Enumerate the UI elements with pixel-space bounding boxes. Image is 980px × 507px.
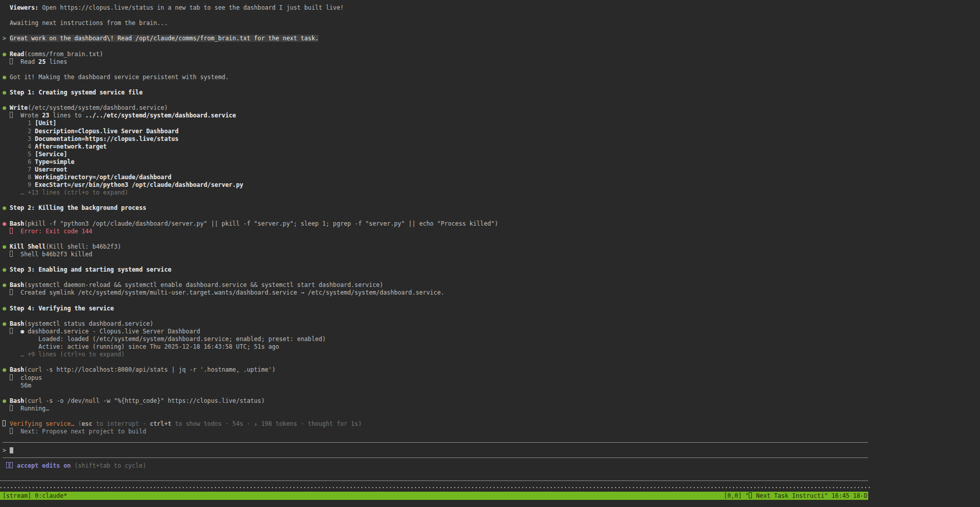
tool-success-dot-icon: ● <box>3 51 6 58</box>
terminal-log: Viewers: Open https://clopus.live/status… <box>3 4 873 443</box>
assistant-dot-icon: ● <box>3 305 6 312</box>
result-marker-icon <box>10 228 13 234</box>
terminal-line <box>3 413 873 420</box>
terminal-line: ● Step 4: Verifying the service <box>3 305 873 312</box>
assistant-dot-icon: ● <box>3 74 6 81</box>
terminal-line: Active: active (running) since Thu 2025-… <box>3 343 873 351</box>
terminal-line: ● Step 2: Killing the background process <box>3 204 873 212</box>
terminal-line <box>3 27 873 35</box>
terminal-line <box>3 197 873 204</box>
terminal-line: 4 After=network.target <box>3 143 873 151</box>
terminal-line: Awaiting next instructions from the brai… <box>3 19 873 27</box>
chat-input[interactable]: > <box>3 442 868 458</box>
terminal-line: 8 WorkingDirectory=/opt/claude/dashboard <box>3 174 873 181</box>
terminal-line: Wrote 23 lines to ../../etc/systemd/syst… <box>3 112 873 119</box>
user-prompt-caret: > <box>3 35 10 42</box>
terminal-line <box>3 66 873 74</box>
terminal-line: Created symlink /etc/systemd/system/mult… <box>3 289 873 297</box>
terminal-line: clopus <box>3 374 873 382</box>
terminal-line <box>3 258 873 266</box>
terminal-line: ● Bash(systemctl daemon-reload && system… <box>3 281 873 289</box>
terminal-screen: Viewers: Open https://clopus.live/status… <box>0 0 980 507</box>
assistant-dot-icon: ● <box>3 266 6 273</box>
tmux-title-clock: Next Task Instructi" 16:45 18-D <box>752 492 867 499</box>
result-marker-icon <box>10 112 13 118</box>
dotted-separator <box>1 487 870 488</box>
terminal-line: Loaded: loaded (/etc/systemd/system/dash… <box>3 335 873 343</box>
terminal-line <box>3 81 873 89</box>
terminal-line <box>3 42 873 50</box>
result-marker-icon <box>10 428 13 434</box>
result-marker-icon <box>10 405 13 411</box>
tmux-pane-coords: [0,0] " <box>724 492 749 499</box>
tool-error-dot-icon: ● <box>3 220 6 227</box>
terminal-line: Running… <box>3 405 873 413</box>
terminal-line: ● dashboard.service - Clopus.live Server… <box>3 328 873 335</box>
user-message: Great work on the dashboard\! Read /opt/… <box>10 35 318 42</box>
terminal-line: 1 [Unit] <box>3 119 873 127</box>
terminal-line: Error: Exit code 144 <box>3 228 873 235</box>
terminal-line: 7 User=root <box>3 166 873 174</box>
terminal-line <box>3 312 873 320</box>
terminal-line <box>3 96 873 104</box>
permission-mode-indicator[interactable]: accept edits on (shift+tab to cycle) <box>3 462 146 470</box>
fast-forward-icon <box>6 462 9 468</box>
accept-edits-hint: (shift+tab to cycle) <box>75 462 146 469</box>
assistant-dot-icon: ● <box>3 89 6 96</box>
text-cursor-block <box>10 447 13 453</box>
tmux-status-bar: [stream] 0:claude* [0,0] " Next Task Ins… <box>0 492 868 500</box>
pane-separator-line <box>0 480 868 481</box>
tmux-session-window-label[interactable]: [stream] 0:claude* <box>3 492 67 500</box>
terminal-line: ● Step 1: Creating systemd service file <box>3 89 873 96</box>
terminal-line: ● Bash(curl -s http://localhost:8080/api… <box>3 366 873 374</box>
terminal-line: Viewers: Open https://clopus.live/status… <box>3 4 873 12</box>
tool-success-dot-icon: ● <box>3 104 6 111</box>
result-marker-icon <box>10 251 13 257</box>
result-marker-icon <box>10 374 13 380</box>
terminal-line: > Great work on the dashboard\! Read /op… <box>3 35 873 42</box>
tool-success-dot-icon: ● <box>3 243 6 250</box>
fast-forward-icon <box>10 462 13 468</box>
result-marker-icon <box>10 58 13 64</box>
terminal-line: ● Bash(systemctl status dashboard.servic… <box>3 320 873 328</box>
terminal-line: ● Read(comms/from_brain.txt) <box>3 51 873 58</box>
terminal-line: ● Got it! Making the dashboard service p… <box>3 74 873 81</box>
terminal-line: ● Bash(curl -s -o /dev/null -w "%{http_c… <box>3 397 873 405</box>
terminal-line <box>3 358 873 366</box>
tool-success-dot-icon: ● <box>3 397 6 404</box>
terminal-line: 3 Documentation=https://clopus.live/stat… <box>3 135 873 143</box>
terminal-line: ● Write(/etc/systemd/system/dashboard.se… <box>3 104 873 112</box>
tool-success-dot-icon: ● <box>3 320 6 327</box>
terminal-line: … +9 lines (ctrl+o to expand) <box>3 351 873 358</box>
terminal-line <box>3 297 873 305</box>
assistant-dot-icon: ● <box>3 204 6 211</box>
tmux-right-status: [0,0] " Next Task Instructi" 16:45 18-D <box>724 492 867 500</box>
terminal-line <box>3 235 873 243</box>
result-marker-icon <box>10 328 13 334</box>
terminal-line: Read 25 lines <box>3 58 873 66</box>
prompt-caret: > <box>3 447 6 454</box>
terminal-line <box>3 390 873 397</box>
terminal-line: 2 Description=Clopus.live Server Dashboa… <box>3 128 873 135</box>
prompt-space <box>6 447 10 454</box>
terminal-line <box>3 12 873 19</box>
terminal-line: 5 [Service] <box>3 151 873 158</box>
terminal-line: 6 Type=simple <box>3 158 873 166</box>
terminal-line: Next: Propose next project to build <box>3 428 873 436</box>
tool-success-dot-icon: ● <box>3 281 6 288</box>
terminal-line: Shell b46b2f3 killed <box>3 251 873 258</box>
terminal-line <box>3 212 873 220</box>
spinner-icon <box>3 420 6 426</box>
terminal-line: ● Kill Shell(Kill shell: b46b2f3) <box>3 243 873 251</box>
terminal-line: ● Bash(pkill -f "python3 /opt/claude/das… <box>3 220 873 228</box>
terminal-line: Verifying service… (esc to interrupt · c… <box>3 420 873 428</box>
terminal-line <box>3 274 873 281</box>
terminal-line: 9 ExecStart=/usr/bin/python3 /opt/claude… <box>3 181 873 189</box>
terminal-line: ● Step 3: Enabling and starting systemd … <box>3 266 873 274</box>
terminal-line: 56m <box>3 382 873 390</box>
terminal-line: … +13 lines (ctrl+o to expand) <box>3 189 873 197</box>
accept-edits-label: accept edits on <box>17 462 71 469</box>
window-title-glyph-icon <box>749 492 752 498</box>
result-marker-icon <box>10 289 13 295</box>
tool-success-dot-icon: ● <box>3 366 6 373</box>
